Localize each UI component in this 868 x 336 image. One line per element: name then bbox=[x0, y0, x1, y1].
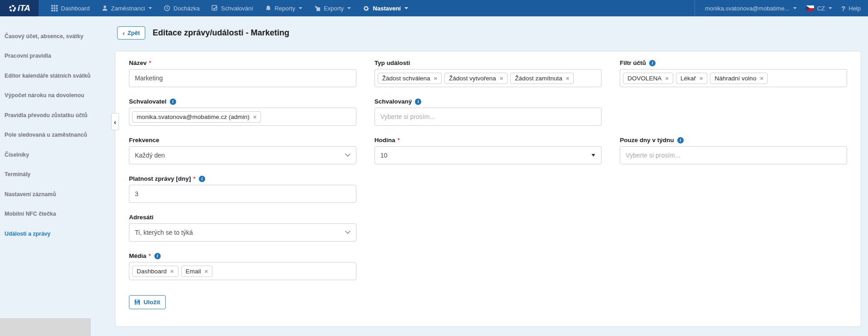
field-weekdays-only: Pouze dny v týdnu i bbox=[620, 137, 847, 164]
chevron-left-icon: ‹ bbox=[114, 118, 116, 126]
field-label: Název bbox=[129, 59, 147, 66]
nav-item-label: Reporty bbox=[275, 5, 296, 12]
app-logo[interactable]: iTA bbox=[0, 0, 39, 16]
language-selector[interactable]: CZ bbox=[806, 5, 832, 12]
info-icon[interactable]: i bbox=[649, 60, 656, 66]
caret-down-icon bbox=[299, 7, 302, 9]
info-icon[interactable]: i bbox=[415, 99, 421, 105]
help-label: Help bbox=[848, 5, 861, 12]
back-button[interactable]: ‹ Zpět bbox=[117, 26, 145, 40]
close-icon[interactable]: × bbox=[170, 268, 174, 274]
required-asterisk: * bbox=[148, 252, 151, 259]
weekdays-input[interactable] bbox=[620, 146, 847, 164]
sidebar-footer-strip bbox=[0, 318, 91, 336]
sidebar-item-record-settings[interactable]: Nastavení záznamů bbox=[5, 184, 91, 204]
caret-down-icon bbox=[829, 7, 832, 9]
question-icon: ? bbox=[841, 5, 845, 12]
brand-ring-icon bbox=[9, 5, 16, 12]
close-icon[interactable]: × bbox=[760, 75, 764, 81]
navbar-right: monika.svatonova@mobatime... CZ ? Help bbox=[695, 0, 868, 16]
top-navbar: iTA Dashboard Zaměstnanci Docházka bbox=[0, 0, 868, 16]
nav-item-label: Nastavení bbox=[373, 5, 400, 12]
sidebar-item-events-messages[interactable]: Události a zprávy bbox=[5, 224, 91, 244]
nav-item-label: Docházka bbox=[173, 5, 200, 12]
info-icon[interactable]: i bbox=[677, 137, 684, 143]
tag-dashboard: Dashboard × bbox=[132, 266, 178, 277]
save-icon bbox=[134, 299, 140, 305]
help-link[interactable]: ? Help bbox=[841, 5, 861, 12]
validity-days-input[interactable] bbox=[129, 185, 356, 203]
close-icon[interactable]: × bbox=[253, 114, 257, 120]
sidebar-item-holiday-calendar[interactable]: Editor kalendáře státních svátků bbox=[5, 66, 91, 86]
recipients-select[interactable]: Ti, kterých se to týká bbox=[129, 223, 356, 242]
field-label: Frekvence bbox=[129, 137, 159, 143]
field-label: Adresáti bbox=[129, 214, 153, 221]
name-input[interactable] bbox=[129, 69, 356, 87]
info-icon[interactable]: i bbox=[170, 99, 176, 105]
caret-down-icon bbox=[148, 7, 152, 9]
nav-item-label: Zaměstnanci bbox=[111, 5, 145, 12]
field-label: Pouze dny v týdnu bbox=[620, 137, 674, 143]
nav-item-exports[interactable]: Exporty bbox=[308, 0, 357, 16]
tag-lekar: Lékař × bbox=[676, 73, 707, 84]
close-icon[interactable]: × bbox=[566, 75, 570, 81]
account-filter-multiselect[interactable]: DOVOLENA × Lékař × Náhradní volno × bbox=[620, 69, 847, 87]
sidebar-item-vacation-entitlement[interactable]: Výpočet nároku na dovolenou bbox=[5, 86, 91, 106]
sidebar-item-terminals[interactable]: Terminály bbox=[5, 165, 91, 185]
nav-item-label: Schvalování bbox=[221, 5, 253, 12]
approver-multiselect[interactable]: monika.svatonova@mobatime.cz (admin) × bbox=[129, 108, 356, 126]
chevron-left-icon: ‹ bbox=[123, 31, 125, 35]
sidebar-collapse-handle[interactable]: ‹ bbox=[111, 113, 119, 130]
sidebar-item-nfc-reader[interactable]: Mobilní NFC čtečka bbox=[5, 204, 91, 224]
page-title: Editace zprávy/události - Marketing bbox=[153, 28, 289, 38]
info-icon[interactable]: i bbox=[199, 176, 205, 182]
sidebar-item-employee-fields[interactable]: Pole sledovaná u zaměstnanců bbox=[5, 125, 91, 145]
clock-icon bbox=[164, 5, 170, 11]
close-icon[interactable]: × bbox=[500, 75, 503, 81]
close-icon[interactable]: × bbox=[665, 75, 669, 81]
grid-icon bbox=[51, 5, 58, 11]
tag-dovolena: DOVOLENA × bbox=[623, 73, 673, 84]
nav-item-attendance[interactable]: Docházka bbox=[158, 0, 206, 16]
bell-icon bbox=[265, 5, 271, 11]
caret-down-icon bbox=[793, 7, 797, 9]
tag-request-created: Žádost vytvořena × bbox=[444, 73, 508, 84]
required-asterisk: * bbox=[397, 137, 399, 143]
close-icon[interactable]: × bbox=[700, 75, 703, 81]
hour-select[interactable]: 10 bbox=[375, 146, 602, 164]
required-asterisk: * bbox=[149, 59, 151, 66]
user-icon bbox=[102, 5, 108, 11]
save-button[interactable]: Uložit bbox=[129, 295, 166, 309]
nav-item-settings[interactable]: Nastavení bbox=[357, 0, 414, 16]
info-icon[interactable]: i bbox=[154, 253, 161, 259]
event-type-multiselect[interactable]: Žádost schválena × Žádost vytvořena × Žá… bbox=[375, 69, 602, 87]
nav-item-approvals[interactable]: Schvalování bbox=[206, 0, 259, 16]
nav-item-dashboard[interactable]: Dashboard bbox=[45, 0, 96, 16]
sidebar-item-time-account[interactable]: Časový účet, absence, svátky bbox=[5, 26, 91, 46]
content-header: ‹ Zpět Editace zprávy/události - Marketi… bbox=[117, 26, 289, 40]
field-label: Filtr účtů bbox=[620, 59, 646, 66]
field-recipients: Adresáti Ti, kterých se to týká bbox=[129, 214, 356, 242]
tag-request-approved: Žádost schválena × bbox=[378, 73, 442, 84]
main-menu: Dashboard Zaměstnanci Docházka Schvalová… bbox=[45, 0, 414, 16]
close-icon[interactable]: × bbox=[434, 75, 437, 81]
gear-icon bbox=[363, 5, 370, 12]
field-label: Typ události bbox=[375, 59, 410, 66]
check-square-icon bbox=[212, 5, 218, 11]
field-media: Média * i Dashboard × Email × bbox=[129, 252, 356, 280]
user-menu[interactable]: monika.svatonova@mobatime... bbox=[705, 5, 797, 12]
sidebar-item-balance-transfer[interactable]: Pravidla převodu zůstatku účtů bbox=[5, 105, 91, 125]
field-event-type: Typ události Žádost schválena × Žádost v… bbox=[375, 59, 602, 87]
media-multiselect[interactable]: Dashboard × Email × bbox=[129, 262, 356, 280]
sidebar-item-codebooks[interactable]: Číselníky bbox=[5, 145, 91, 165]
frequency-select[interactable]: Každý den bbox=[129, 146, 356, 164]
sidebar-item-work-rules[interactable]: Pracovní pravidla bbox=[5, 46, 91, 66]
close-icon[interactable]: × bbox=[204, 268, 208, 274]
save-button-label: Uložit bbox=[143, 299, 160, 306]
field-validity-days: Platnost zprávy [dny] * i bbox=[129, 175, 356, 203]
nav-item-reports[interactable]: Reporty bbox=[259, 0, 309, 16]
nav-item-employees[interactable]: Zaměstnanci bbox=[96, 0, 158, 16]
nav-item-label: Dashboard bbox=[61, 5, 90, 12]
approved-person-input[interactable] bbox=[375, 108, 602, 126]
back-button-label: Zpět bbox=[128, 30, 140, 36]
